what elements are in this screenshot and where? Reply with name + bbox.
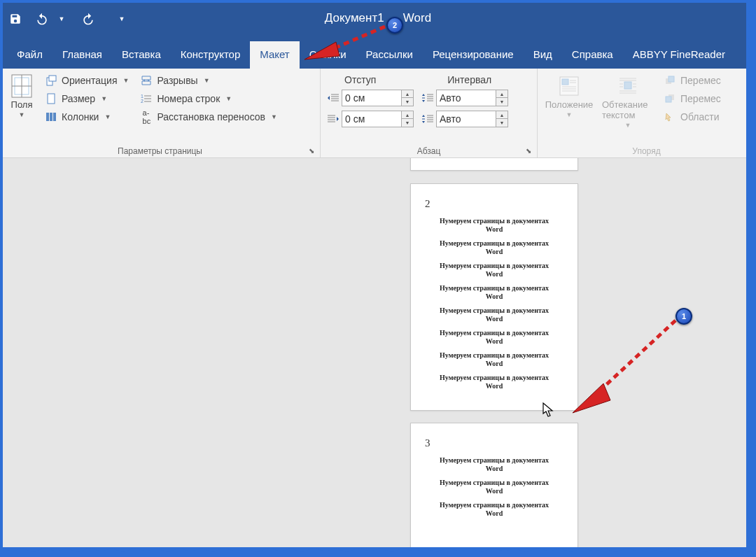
indent-left-control[interactable]: ▲▼ — [325, 90, 414, 106]
doc-name: Документ1 — [325, 11, 384, 24]
spin-down[interactable]: ▼ — [496, 98, 507, 106]
chevron-down-icon: ▼ — [204, 77, 210, 84]
spacing-header: Интервал — [447, 74, 491, 85]
send-backward-icon — [664, 92, 676, 105]
svg-rect-51 — [668, 94, 674, 100]
breaks-button[interactable]: Разрывы ▼ — [139, 73, 279, 88]
spin-up[interactable]: ▲ — [402, 111, 413, 119]
qat-customize[interactable]: ▼ — [113, 10, 130, 27]
tab-review[interactable]: Рецензирование — [423, 41, 524, 69]
spin-up[interactable]: ▲ — [496, 111, 507, 119]
document-paragraph: Нумеруем страницы в документах Word — [433, 329, 555, 346]
spin-down[interactable]: ▼ — [402, 119, 413, 127]
spacing-after-control[interactable]: ▲▼ — [419, 111, 508, 127]
orientation-button[interactable]: Ориентация ▼ — [43, 73, 130, 88]
frame-top — [0, 0, 756, 3]
position-button: Положение ▼ — [542, 73, 596, 120]
save-icon — [9, 13, 22, 25]
indent-header: Отступ — [344, 74, 376, 85]
tab-mailings[interactable]: Рассылки — [356, 41, 423, 69]
chevron-down-icon: ▼ — [122, 77, 129, 84]
indent-right-input[interactable] — [342, 111, 402, 127]
columns-label: Колонки — [62, 111, 99, 122]
tab-abbyy[interactable]: ABBYY FineReader — [623, 41, 735, 69]
svg-text:1: 1 — [141, 94, 144, 99]
spacing-after-input[interactable] — [436, 111, 496, 127]
chevron-down-icon: ▼ — [104, 113, 111, 120]
send-backward-button: Перемес — [662, 91, 722, 106]
undo-icon — [35, 12, 49, 26]
svg-rect-6 — [48, 94, 55, 104]
undo-button[interactable] — [34, 10, 50, 27]
chevron-down-icon: ▼ — [101, 95, 107, 102]
document-area[interactable]: 2 Нумеруем страницы в документах WordНум… — [4, 158, 752, 550]
margins-button[interactable]: Поля ▼ — [4, 73, 39, 120]
chevron-down-icon: ▼ — [271, 113, 277, 120]
position-icon — [559, 74, 580, 98]
svg-rect-5 — [49, 76, 56, 81]
spacing-before-control[interactable]: ▲▼ — [419, 90, 508, 106]
wrap-label: Обтекание текстом — [602, 99, 654, 120]
tab-insert[interactable]: Вставка — [112, 41, 171, 69]
quick-access-toolbar: ▼ ▼ — [7, 10, 130, 27]
indent-left-input[interactable] — [342, 90, 402, 106]
svg-rect-9 — [53, 113, 56, 121]
wrap-button: Обтекание текстом ▼ — [601, 73, 655, 130]
arrange-group-label: Упоряд — [542, 143, 751, 157]
columns-button[interactable]: Колонки ▼ — [43, 109, 130, 125]
spin-down[interactable]: ▼ — [402, 98, 413, 106]
document-paragraph: Нумеруем страницы в документах Word — [433, 284, 555, 301]
tab-design[interactable]: Конструктор — [171, 41, 251, 69]
redo-button[interactable] — [80, 10, 97, 27]
hyphenation-button[interactable]: a-bc Расстановка переносов ▼ — [139, 109, 279, 125]
document-paragraph: Нумеруем страницы в документах Word — [433, 217, 555, 234]
spin-up[interactable]: ▲ — [402, 90, 413, 98]
group-arrange: Положение ▼ Обтекание текстом ▼ Перемес … — [538, 69, 756, 157]
frame-left — [0, 0, 3, 557]
undo-dropdown[interactable]: ▼ — [53, 10, 70, 27]
document-paragraph: Нумеруем страницы в документах Word — [433, 456, 555, 473]
tab-help[interactable]: Справка — [562, 41, 623, 69]
cursor-icon — [542, 402, 555, 418]
app-name: Word — [403, 11, 431, 24]
save-button[interactable] — [7, 10, 24, 27]
tab-home[interactable]: Главная — [52, 41, 112, 69]
tab-references[interactable]: Ссылки — [300, 41, 356, 69]
spacing-before-input[interactable] — [436, 90, 496, 106]
document-paragraph: Нумеруем страницы в документах Word — [433, 262, 555, 278]
chevron-down-icon: ▼ — [19, 111, 25, 118]
selection-icon — [664, 111, 676, 123]
hyphenation-label: Расстановка переносов — [157, 111, 265, 122]
position-label: Положение — [545, 99, 594, 110]
svg-rect-8 — [50, 113, 52, 121]
wrap-icon — [617, 74, 638, 98]
page-3: 3 Нумеруем страницы в документах WordНум… — [410, 423, 578, 550]
orientation-icon — [45, 74, 57, 87]
ribbon: Поля ▼ Ориентация ▼ Размер ▼ Колонки ▼ — [0, 69, 756, 158]
chevron-down-icon: ▼ — [566, 111, 573, 118]
columns-icon — [45, 111, 57, 123]
size-button[interactable]: Размер ▼ — [43, 91, 130, 106]
svg-rect-34 — [562, 79, 568, 85]
tab-view[interactable]: Вид — [524, 41, 562, 69]
line-numbers-icon: 12 — [140, 92, 153, 105]
breaks-label: Разрывы — [157, 75, 197, 86]
tab-file[interactable]: Файл — [7, 41, 52, 69]
redo-icon — [81, 12, 95, 26]
send-label: Перемес — [680, 93, 721, 104]
document-title: Документ1 - Word — [325, 11, 431, 25]
bring-label: Перемес — [680, 75, 721, 86]
document-paragraph: Нумеруем страницы в документах Word — [433, 501, 555, 518]
paragraph-launcher[interactable]: ⬊ — [524, 147, 533, 155]
line-numbers-button[interactable]: 12 Номера строк ▼ — [139, 91, 279, 106]
orientation-label: Ориентация — [62, 75, 117, 86]
svg-rect-50 — [668, 76, 674, 82]
indent-right-icon — [325, 111, 342, 127]
chevron-down-icon: ▼ — [225, 95, 232, 102]
tab-layout[interactable]: Макет — [250, 41, 299, 69]
indent-right-control[interactable]: ▲▼ — [325, 111, 414, 127]
page-setup-launcher[interactable]: ⬊ — [307, 147, 316, 155]
spin-down[interactable]: ▼ — [496, 119, 507, 127]
spin-up[interactable]: ▲ — [496, 90, 507, 98]
annotation-badge-2: 2 — [386, 17, 403, 34]
